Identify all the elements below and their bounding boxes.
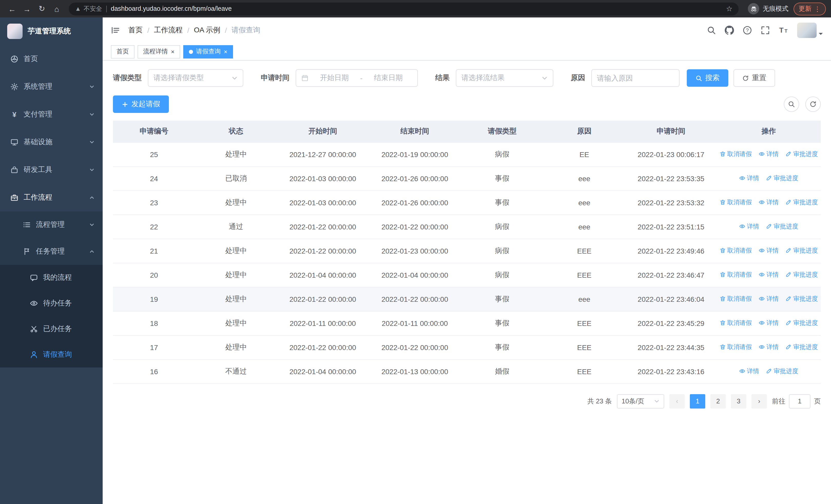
detail-link[interactable]: 详情 (758, 343, 779, 352)
cancel-leave-link[interactable]: 取消请假 (720, 198, 752, 207)
search-icon[interactable] (707, 26, 716, 35)
approval-progress-link[interactable]: 审批进度 (785, 246, 818, 255)
app-logo[interactable]: 芋道管理系统 (0, 18, 103, 45)
detail-link[interactable]: 详情 (758, 246, 779, 255)
page-size-select[interactable]: 10条/页 (617, 394, 664, 408)
page-button-1[interactable]: 1 (690, 394, 705, 408)
close-icon[interactable]: × (171, 49, 174, 55)
sidebar-item-done-tasks[interactable]: 已办任务 (0, 316, 103, 342)
refresh-table-icon[interactable] (805, 96, 821, 112)
page-button-2[interactable]: 2 (710, 394, 726, 408)
start-date-placeholder: 开始日期 (311, 73, 358, 83)
sidebar-item-dev-tools[interactable]: 研发工具 (0, 156, 103, 184)
range-separator: - (360, 74, 362, 82)
security-indicator[interactable]: ▲ 不安全 (75, 4, 102, 13)
sidebar: 芋道管理系统 首页 系统管理 ¥ 支付管理 (0, 18, 103, 504)
sidebar-item-todo-tasks[interactable]: 待办任务 (0, 291, 103, 316)
cancel-leave-link[interactable]: 取消请假 (720, 319, 752, 327)
sidebar-item-system[interactable]: 系统管理 (0, 73, 103, 100)
sidebar-item-home[interactable]: 首页 (0, 45, 103, 73)
svg-text:T: T (784, 28, 787, 34)
breadcrumb-home[interactable]: 首页 (128, 26, 143, 35)
result-select[interactable]: 请选择流结果 (456, 69, 553, 87)
leave-type-select[interactable]: 请选择请假类型 (148, 69, 243, 87)
url-text: dashboard.yudao.iocoder.cn/bpm/oa/leave (111, 5, 232, 12)
detail-link[interactable]: 详情 (739, 367, 759, 376)
collapse-sidebar-icon[interactable] (111, 26, 120, 35)
cancel-leave-link[interactable]: 取消请假 (720, 150, 752, 158)
tab-home[interactable]: 首页 (111, 45, 135, 58)
approval-progress-link[interactable]: 审批进度 (766, 222, 798, 231)
address-bar[interactable]: ▲ 不安全 dashboard.yudao.iocoder.cn/bpm/oa/… (69, 2, 739, 15)
sidebar-item-leave-query[interactable]: 请假查询 (0, 342, 103, 367)
create-leave-button[interactable]: 发起请假 (113, 95, 169, 113)
approval-progress-link[interactable]: 审批进度 (785, 270, 818, 279)
next-page-button[interactable]: › (751, 394, 767, 408)
detail-link[interactable]: 详情 (758, 198, 779, 207)
forward-icon[interactable]: → (20, 2, 34, 16)
sidebar-item-my-processes[interactable]: 我的流程 (0, 265, 103, 291)
toggle-search-icon[interactable] (784, 96, 799, 112)
detail-label: 详情 (747, 367, 759, 376)
help-icon[interactable]: ? (743, 26, 752, 35)
github-icon[interactable] (725, 26, 734, 35)
breadcrumb-workflow[interactable]: 工作流程 (154, 26, 183, 35)
reload-icon[interactable]: ↻ (35, 2, 49, 16)
approval-progress-link[interactable]: 审批进度 (785, 295, 818, 303)
cell-reason: EEE (543, 239, 625, 263)
approval-progress-link[interactable]: 审批进度 (785, 198, 818, 207)
col-start-time: 开始时间 (277, 121, 369, 142)
search-button[interactable]: 搜索 (687, 69, 728, 87)
page-button-3[interactable]: 3 (731, 394, 746, 408)
sidebar-item-task-management[interactable]: 任务管理 (0, 238, 103, 265)
fullscreen-icon[interactable] (761, 26, 770, 35)
breadcrumb-oa-example[interactable]: OA 示例 (194, 26, 221, 35)
cell-start: 2022-01-11 00:00:00 (277, 311, 369, 335)
reset-button[interactable]: 重置 (734, 69, 775, 87)
font-size-icon[interactable]: TT (779, 26, 789, 35)
col-leave-type: 请假类型 (461, 121, 543, 142)
detail-link[interactable]: 详情 (758, 319, 779, 327)
detail-link[interactable]: 详情 (739, 222, 759, 231)
cell-start: 2022-01-22 00:00:00 (277, 239, 369, 263)
cancel-leave-link[interactable]: 取消请假 (720, 270, 752, 279)
eye-icon (739, 224, 745, 230)
tab-process-detail[interactable]: 流程详情 × (138, 45, 180, 58)
approval-progress-link[interactable]: 审批进度 (785, 343, 818, 352)
edit-icon (785, 151, 792, 157)
date-range-picker[interactable]: 开始日期 - 结束日期 (296, 69, 418, 87)
home-nav-icon[interactable]: ⌂ (50, 2, 64, 16)
approval-progress-link[interactable]: 审批进度 (766, 174, 798, 183)
close-icon[interactable]: × (224, 49, 227, 55)
cancel-leave-link[interactable]: 取消请假 (720, 343, 752, 352)
user-menu[interactable] (797, 23, 823, 38)
reason-label: 原因 (571, 73, 585, 83)
sidebar-item-infrastructure[interactable]: 基础设施 (0, 128, 103, 156)
cell-end: 2022-01-26 00:00:00 (369, 190, 461, 214)
goto-page-input[interactable] (789, 394, 810, 408)
cancel-leave-link[interactable]: 取消请假 (720, 246, 752, 255)
approval-progress-link[interactable]: 审批进度 (785, 150, 818, 158)
approval-progress-link[interactable]: 审批进度 (766, 367, 798, 376)
sidebar-item-payment[interactable]: ¥ 支付管理 (0, 100, 103, 128)
approval-progress-label: 审批进度 (793, 246, 818, 255)
detail-link[interactable]: 详情 (739, 174, 759, 183)
sidebar-item-process-management[interactable]: 流程管理 (0, 211, 103, 238)
cell-start: 2022-01-03 00:00:00 (277, 166, 369, 190)
update-button[interactable]: 更新 ⋮ (794, 2, 826, 15)
prev-page-button[interactable]: ‹ (669, 394, 685, 408)
detail-link[interactable]: 详情 (758, 295, 779, 303)
detail-link[interactable]: 详情 (758, 270, 779, 279)
browser-menu-icon[interactable]: ⋮ (814, 5, 821, 12)
back-icon[interactable]: ← (5, 2, 19, 16)
tab-leave-query[interactable]: 请假查询 × (183, 45, 233, 58)
bookmark-star-icon[interactable]: ☆ (726, 5, 733, 13)
sidebar-item-workflow[interactable]: 工作流程 (0, 184, 103, 211)
cancel-leave-link[interactable]: 取消请假 (720, 295, 752, 303)
breadcrumb-current: 请假查询 (231, 26, 260, 35)
reason-input[interactable] (597, 74, 674, 82)
cell-applied: 2022-01-23 00:06:17 (625, 142, 717, 166)
approval-progress-link[interactable]: 审批进度 (785, 319, 818, 327)
cell-type: 事假 (461, 190, 543, 214)
detail-link[interactable]: 详情 (758, 150, 779, 158)
